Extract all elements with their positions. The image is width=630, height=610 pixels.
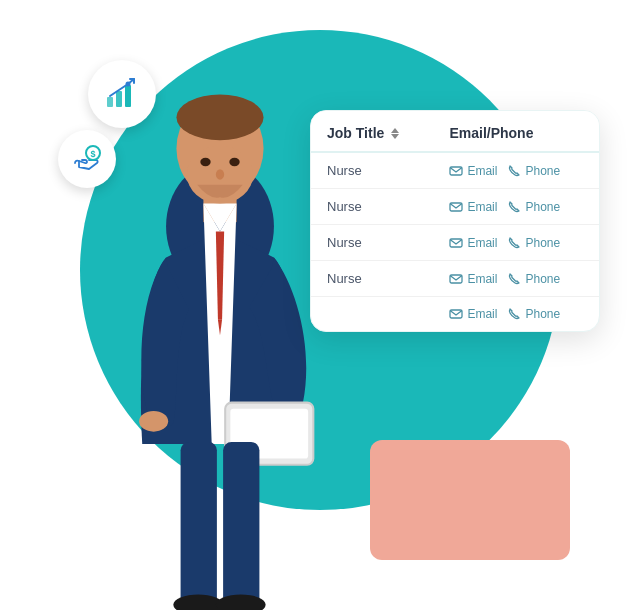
job-title-label: Job Title: [327, 125, 384, 141]
phone-button[interactable]: Phone: [507, 307, 560, 321]
phone-icon: [507, 200, 521, 214]
email-icon: [449, 307, 463, 321]
col-header-job-title[interactable]: Job Title: [327, 125, 449, 141]
sort-icon[interactable]: [391, 128, 399, 139]
svg-point-8: [176, 95, 263, 141]
cell-contact: Email Phone: [449, 200, 583, 214]
svg-rect-16: [181, 442, 217, 608]
table-row: Nurse Email Phone: [311, 153, 599, 189]
phone-button[interactable]: Phone: [507, 272, 560, 286]
svg-rect-17: [223, 442, 259, 608]
phone-button[interactable]: Phone: [507, 200, 560, 214]
scene: $: [0, 0, 630, 610]
svg-point-24: [229, 158, 239, 166]
table-header: Job Title Email/Phone: [311, 111, 599, 153]
email-icon: [449, 200, 463, 214]
svg-point-13: [139, 411, 168, 432]
email-button[interactable]: Email: [449, 164, 497, 178]
email-button[interactable]: Email: [449, 307, 497, 321]
phone-icon: [507, 272, 521, 286]
email-icon: [449, 236, 463, 250]
table-row: Nurse Email Phone: [311, 189, 599, 225]
cell-job-title: Nurse: [327, 235, 449, 250]
cell-job-title: Nurse: [327, 199, 449, 214]
cell-job-title: Nurse: [327, 163, 449, 178]
cell-contact: Email Phone: [449, 307, 583, 321]
cell-contact: Email Phone: [449, 164, 583, 178]
col-header-email-phone: Email/Phone: [449, 125, 583, 141]
table-card: Job Title Email/Phone Nurse Email: [310, 110, 600, 332]
email-button[interactable]: Email: [449, 236, 497, 250]
cell-contact: Email Phone: [449, 272, 583, 286]
email-button[interactable]: Email: [449, 200, 497, 214]
email-icon: [449, 164, 463, 178]
svg-point-23: [200, 158, 210, 166]
email-icon: [449, 272, 463, 286]
email-button[interactable]: Email: [449, 272, 497, 286]
phone-button[interactable]: Phone: [507, 236, 560, 250]
phone-icon: [507, 236, 521, 250]
table-row: Nurse Email Phone: [311, 261, 599, 297]
salmon-rect-bg: [370, 440, 570, 560]
cell-contact: Email Phone: [449, 236, 583, 250]
phone-icon: [507, 164, 521, 178]
table-row: Email Phone: [311, 297, 599, 331]
table-row: Nurse Email Phone: [311, 225, 599, 261]
phone-icon: [507, 307, 521, 321]
phone-button[interactable]: Phone: [507, 164, 560, 178]
svg-point-25: [216, 169, 224, 179]
cell-job-title: Nurse: [327, 271, 449, 286]
